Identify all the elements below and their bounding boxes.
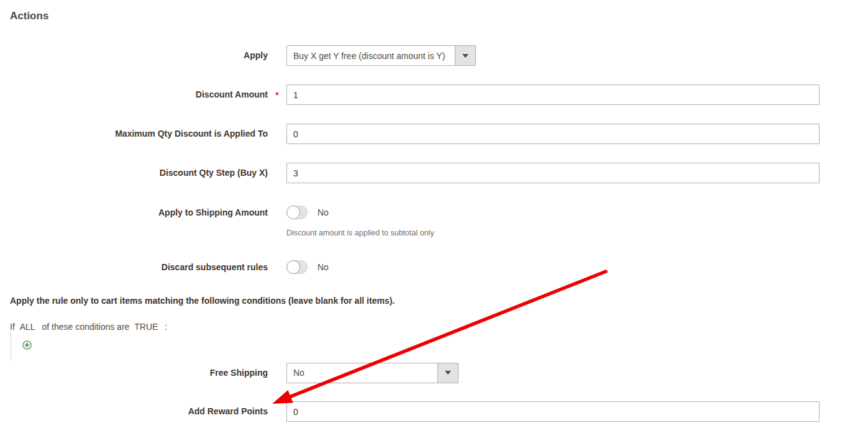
page-title: Actions	[10, 10, 48, 22]
condition-clause: If ALL of these conditions are TRUE :	[10, 322, 167, 332]
clause-aggregator[interactable]: ALL	[20, 322, 35, 332]
add-reward-points-label: Add Reward Points	[0, 406, 268, 417]
plus-icon	[22, 340, 32, 350]
form-row-discount-amount: Discount Amount *	[0, 84, 820, 105]
free-shipping-select[interactable]: No	[286, 363, 459, 383]
qty-step-input[interactable]	[286, 163, 820, 183]
free-shipping-select-arrow-button[interactable]	[437, 363, 458, 383]
discount-amount-input[interactable]	[286, 84, 820, 105]
clause-middle: of these conditions are	[42, 322, 129, 332]
max-qty-label: Maximum Qty Discount is Applied To	[0, 129, 268, 139]
add-condition-button[interactable]	[22, 340, 32, 350]
apply-select-arrow-button[interactable]	[455, 46, 475, 65]
free-shipping-label: Free Shipping	[0, 368, 268, 378]
add-reward-points-input[interactable]	[286, 401, 820, 422]
clause-value[interactable]: TRUE	[134, 322, 158, 332]
apply-to-shipping-toggle[interactable]	[286, 206, 308, 219]
form-row-discard-subsequent: Discard subsequent rules No	[0, 260, 329, 274]
required-asterisk: *	[268, 90, 286, 100]
discount-amount-label: Discount Amount	[0, 89, 268, 100]
discard-subsequent-toggle[interactable]	[286, 260, 308, 274]
form-row-free-shipping: Free Shipping No	[0, 362, 459, 383]
apply-label: Apply	[0, 50, 268, 61]
form-row-apply-to-shipping: Apply to Shipping Amount No	[0, 206, 329, 219]
apply-to-shipping-note: Discount amount is applied to subtotal o…	[286, 229, 434, 237]
conditions-intro-text: Apply the rule only to cart items matchi…	[10, 296, 395, 306]
toggle-knob	[286, 206, 300, 219]
clause-suffix: :	[165, 322, 167, 332]
form-row-add-reward-points: Add Reward Points	[0, 401, 820, 422]
apply-to-shipping-label: Apply to Shipping Amount	[0, 207, 268, 218]
clause-prefix: If	[10, 322, 15, 332]
caret-down-icon	[462, 54, 468, 58]
apply-select[interactable]: Buy X get Y free (discount amount is Y)	[286, 45, 476, 66]
qty-step-label: Discount Qty Step (Buy X)	[0, 168, 268, 178]
form-row-apply: Apply Buy X get Y free (discount amount …	[0, 45, 476, 66]
free-shipping-select-value: No	[287, 363, 437, 383]
max-qty-input[interactable]	[286, 124, 820, 144]
apply-select-value: Buy X get Y free (discount amount is Y)	[287, 46, 455, 65]
discard-subsequent-label: Discard subsequent rules	[0, 262, 268, 273]
condition-tree-branch-line	[11, 334, 11, 361]
toggle-knob	[286, 260, 300, 274]
discard-subsequent-state: No	[318, 262, 329, 272]
form-row-max-qty: Maximum Qty Discount is Applied To	[0, 124, 820, 144]
form-row-qty-step: Discount Qty Step (Buy X)	[0, 163, 820, 183]
apply-to-shipping-state: No	[318, 207, 329, 217]
caret-down-icon	[445, 371, 451, 375]
